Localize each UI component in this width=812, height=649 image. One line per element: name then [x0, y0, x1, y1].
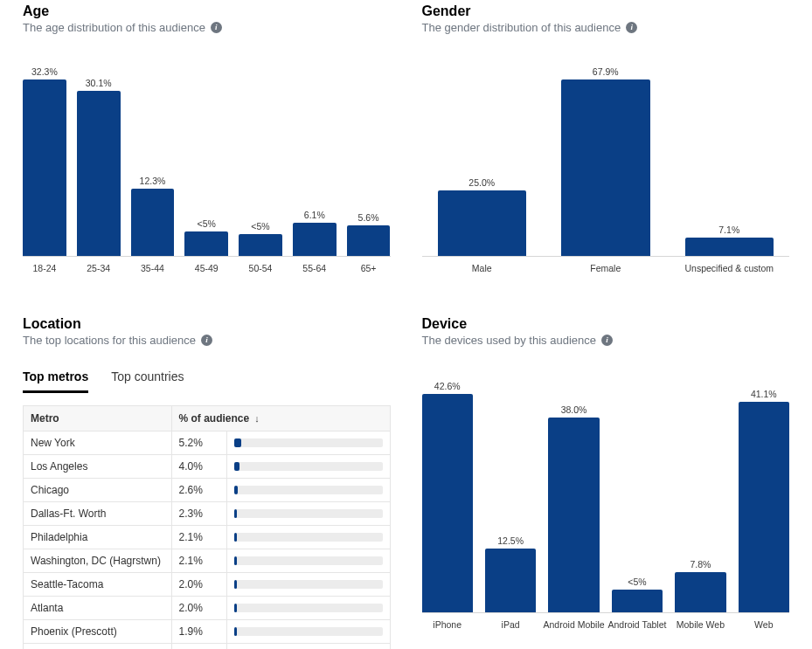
bar-female[interactable]: 67.9%Female — [561, 55, 650, 256]
bar-65-[interactable]: 5.6%65+ — [347, 55, 391, 256]
bar-value-label: 12.5% — [497, 535, 524, 546]
bar-category-label: 25-34 — [87, 263, 110, 273]
bar-category-label: Mobile Web — [677, 619, 725, 630]
pct-cell: 2.1% — [171, 549, 226, 573]
bar-value-label: 12.3% — [140, 176, 166, 186]
col-metro[interactable]: Metro — [24, 406, 172, 432]
bar-android-mobile[interactable]: 38.0%Android Mobile — [548, 364, 599, 612]
pct-cell: 1.9% — [171, 620, 226, 644]
bar-unspecified-custom[interactable]: 7.1%Unspecified & custom — [685, 55, 774, 256]
bar-value-label: 41.1% — [751, 389, 777, 399]
location-table: Metro % of audience ↓ New York5.2%Los An… — [23, 405, 391, 649]
bar-ipad[interactable]: 12.5%iPad — [485, 364, 536, 612]
bar-android-tablet[interactable]: <5%Android Tablet — [612, 364, 663, 612]
bar-fill — [347, 225, 391, 256]
sort-desc-icon: ↓ — [254, 413, 260, 424]
pct-bar-cell — [226, 644, 390, 650]
metro-cell: Boston (Manchester) — [24, 644, 172, 650]
bar-fill — [293, 223, 337, 256]
col-pct[interactable]: % of audience ↓ — [171, 406, 390, 432]
bar-fill — [131, 189, 175, 256]
age-title: Age — [23, 3, 391, 19]
pct-cell: 4.0% — [171, 455, 226, 479]
pct-bar-cell — [226, 432, 390, 455]
gender-chart: 25.0%Male67.9%Female7.1%Unspecified & cu… — [422, 55, 790, 257]
device-subtitle: The devices used by this audience i — [422, 334, 790, 347]
bar-fill — [739, 402, 789, 612]
pct-cell: 2.6% — [171, 479, 226, 502]
table-row[interactable]: Phoenix (Prescott)1.9% — [24, 620, 391, 644]
bar-value-label: 32.3% — [31, 66, 58, 77]
bar-value-label: <5% — [251, 221, 269, 231]
metro-cell: Dallas-Ft. Worth — [24, 502, 172, 526]
bar-fill — [675, 572, 725, 612]
table-row[interactable]: Boston (Manchester)1.7% — [24, 644, 391, 650]
bar-value-label: <5% — [198, 218, 216, 229]
pct-bar-cell — [226, 573, 390, 597]
bar-18-24[interactable]: 32.3%18-24 — [23, 55, 66, 256]
info-icon[interactable]: i — [626, 22, 637, 33]
table-row[interactable]: New York5.2% — [24, 432, 391, 455]
pct-cell: 2.1% — [171, 526, 226, 549]
table-row[interactable]: Dallas-Ft. Worth2.3% — [24, 502, 391, 526]
table-row[interactable]: Washington, DC (Hagrstwn)2.1% — [24, 549, 391, 573]
info-icon[interactable]: i — [201, 335, 212, 346]
bar-category-label: iPad — [502, 619, 520, 630]
bar-value-label: 25.0% — [468, 177, 495, 188]
age-chart: 32.3%18-2430.1%25-3412.3%35-44<5%45-49<5… — [23, 55, 391, 257]
bar-25-34[interactable]: 30.1%25-34 — [77, 55, 121, 256]
pct-cell: 2.0% — [171, 573, 226, 597]
location-tabs: Top metros Top countries — [23, 369, 391, 393]
bar-category-label: Female — [590, 263, 621, 273]
table-row[interactable]: Chicago2.6% — [24, 479, 391, 502]
metro-cell: Seattle-Tacoma — [24, 573, 172, 597]
pct-bar-cell — [226, 620, 390, 644]
bar-category-label: Unspecified & custom — [684, 263, 774, 273]
bar-value-label: 38.0% — [561, 404, 587, 415]
bar-45-49[interactable]: <5%45-49 — [184, 55, 228, 256]
tab-top-countries[interactable]: Top countries — [111, 369, 184, 393]
bar-web[interactable]: 41.1%Web — [739, 364, 789, 612]
gender-section: Gender The gender distribution of this a… — [422, 0, 790, 278]
bar-category-label: Android Tablet — [608, 619, 667, 630]
bar-category-label: 45-49 — [195, 263, 219, 273]
metro-cell: Chicago — [24, 479, 172, 502]
table-row[interactable]: Seattle-Tacoma2.0% — [24, 573, 391, 597]
gender-subtitle: The gender distribution of this audience… — [422, 21, 790, 34]
bar-fill — [23, 79, 66, 256]
bar-value-label: <5% — [628, 577, 646, 587]
bar-category-label: iPhone — [433, 619, 462, 630]
bar-category-label: 55-64 — [302, 263, 326, 273]
bar-50-54[interactable]: <5%50-54 — [239, 55, 282, 256]
bar-fill — [561, 79, 650, 256]
metro-cell: Atlanta — [24, 597, 172, 620]
pct-cell: 2.0% — [171, 597, 226, 620]
table-row[interactable]: Los Angeles4.0% — [24, 455, 391, 479]
age-section: Age The age distribution of this audienc… — [23, 0, 391, 278]
device-section: Device The devices used by this audience… — [422, 313, 790, 649]
bar-fill — [485, 549, 536, 612]
bar-category-label: Android Mobile — [544, 619, 605, 630]
bar-iphone[interactable]: 42.6%iPhone — [422, 364, 473, 612]
bar-value-label: 7.8% — [690, 559, 711, 570]
bar-category-label: 35-44 — [141, 263, 164, 273]
bar-55-64[interactable]: 6.1%55-64 — [293, 55, 337, 256]
table-row[interactable]: Philadelphia2.1% — [24, 526, 391, 549]
age-subtitle: The age distribution of this audience i — [23, 21, 391, 34]
info-icon[interactable]: i — [211, 22, 222, 33]
metro-cell: New York — [24, 432, 172, 455]
bar-value-label: 7.1% — [718, 224, 739, 235]
location-title: Location — [23, 316, 391, 332]
bar-category-label: Male — [472, 263, 492, 273]
bar-mobile-web[interactable]: 7.8%Mobile Web — [675, 364, 725, 612]
table-row[interactable]: Atlanta2.0% — [24, 597, 391, 620]
location-section: Location The top locations for this audi… — [23, 313, 391, 649]
bar-value-label: 6.1% — [304, 210, 325, 220]
bar-35-44[interactable]: 12.3%35-44 — [131, 55, 175, 256]
device-title: Device — [422, 316, 790, 332]
bar-fill — [184, 231, 228, 256]
info-icon[interactable]: i — [601, 335, 613, 346]
tab-top-metros[interactable]: Top metros — [23, 369, 88, 393]
pct-cell: 2.3% — [171, 502, 226, 526]
bar-male[interactable]: 25.0%Male — [438, 55, 527, 256]
